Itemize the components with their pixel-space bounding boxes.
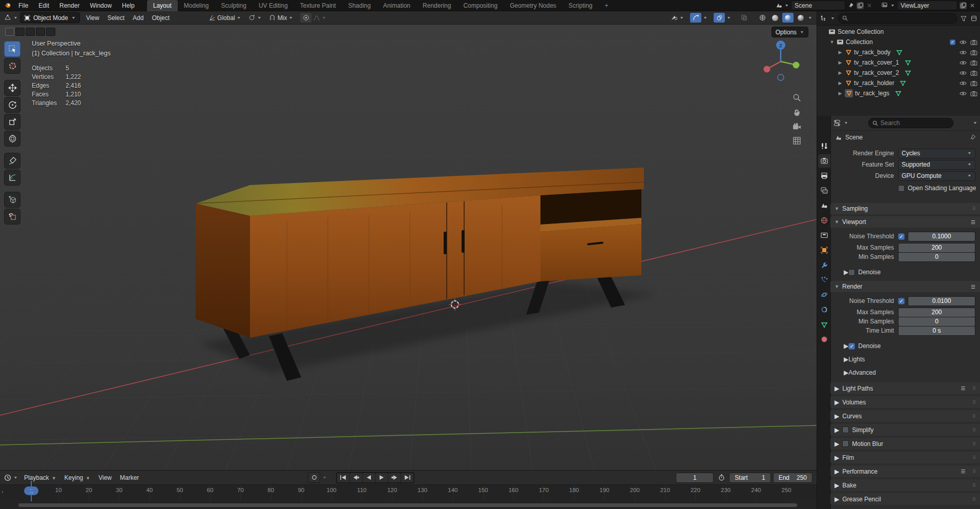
viewport-menu-object[interactable]: Object <box>148 14 174 22</box>
outliner-editor-icon[interactable] <box>820 15 827 22</box>
drag-grip-icon[interactable]: ⠿ <box>972 483 976 488</box>
jump-to-end-button[interactable] <box>401 473 413 482</box>
viewport-menu-add[interactable]: Add <box>129 14 148 22</box>
section-collapse-icon[interactable]: ▼ <box>835 219 839 225</box>
properties-tab-scene[interactable] <box>818 199 830 212</box>
tool-move[interactable] <box>4 80 20 96</box>
outliner-row-tv_rack_holder[interactable]: ▶tv_rack_holder <box>817 78 980 88</box>
expand-icon[interactable]: ▶ <box>844 369 848 376</box>
tool-scale[interactable] <box>4 114 20 130</box>
workspace-tab-shading[interactable]: Shading <box>342 0 377 11</box>
scene-canvas[interactable] <box>0 11 817 470</box>
hide-eye-icon[interactable] <box>960 49 967 56</box>
workspace-tab-uv-editing[interactable]: UV Editing <box>253 0 294 11</box>
unlink-scene-icon[interactable]: ✕ <box>866 2 873 9</box>
workspace-tab-animation[interactable]: Animation <box>377 0 416 11</box>
section-volumes[interactable]: ▶Volumes⠿ <box>830 396 980 408</box>
section-curves[interactable]: ▶Curves⠿ <box>830 410 980 422</box>
tool-measure[interactable] <box>4 170 20 186</box>
drag-grip-icon[interactable]: ⠿ <box>972 400 976 405</box>
workspace-tab-modeling[interactable]: Modeling <box>178 0 215 11</box>
timeline-menu-keying[interactable]: Keying▼ <box>60 474 95 481</box>
options-button[interactable]: Options▼ <box>772 27 808 37</box>
hide-eye-icon[interactable] <box>960 38 967 46</box>
outliner-search-input[interactable] <box>838 13 957 24</box>
pin-icon[interactable] <box>847 2 854 9</box>
render-time-limit-field[interactable]: 0 s <box>898 326 975 336</box>
falloff-curve-icon[interactable] <box>313 14 320 22</box>
drag-grip-icon[interactable]: ⠿ <box>972 441 976 446</box>
preset-list-icon[interactable]: ☰ <box>961 385 965 391</box>
shading-rendered-icon[interactable] <box>795 13 806 23</box>
outliner-row-tv_rack_cover_2[interactable]: ▶tv_rack_cover_2 <box>817 68 980 78</box>
orientation-chevron-icon[interactable]: ▼ <box>237 16 241 20</box>
properties-editor-chevron-icon[interactable]: ▼ <box>844 121 848 125</box>
section-expand-icon[interactable]: ▶ <box>835 413 839 420</box>
viewport-3d[interactable]: ▼ Object Mode▼ ViewSelectAddObject Globa… <box>0 11 817 470</box>
gizmos-chevron-icon[interactable]: ▼ <box>703 16 707 20</box>
tool-cursor[interactable] <box>4 58 20 74</box>
render-noise-threshold-field[interactable]: 0.0100 <box>908 296 975 306</box>
drag-grip-icon[interactable]: ⠿ <box>972 497 976 502</box>
properties-tab-physics[interactable] <box>818 288 830 301</box>
mode-select[interactable]: Object Mode▼ <box>20 12 80 23</box>
visibility-chevron-icon[interactable]: ▼ <box>679 16 684 20</box>
timeline-menu-playback[interactable]: Playback▼ <box>20 474 60 481</box>
section-collapse-icon[interactable]: ▼ <box>835 206 839 211</box>
viewlayer-browse-icon[interactable] <box>881 2 888 9</box>
proportional-edit-icon[interactable] <box>300 13 311 23</box>
hide-eye-icon[interactable] <box>960 90 967 97</box>
blender-logo-icon[interactable] <box>4 2 11 9</box>
properties-tab-output[interactable] <box>818 169 830 182</box>
editor-type-icon[interactable] <box>4 14 11 22</box>
section-expand-icon[interactable]: ▶ <box>835 385 839 392</box>
new-viewlayer-icon[interactable] <box>960 2 967 9</box>
properties-tab-modifiers[interactable] <box>818 258 830 272</box>
tool-annotate[interactable] <box>4 153 20 169</box>
scene-browse-icon[interactable] <box>775 2 782 9</box>
falloff-chevron-icon[interactable]: ▼ <box>322 16 326 20</box>
timeline-ruler[interactable]: › 1 102030405060708090100110120130140150… <box>0 484 817 501</box>
timeline-expand-arrow-icon[interactable]: › <box>2 489 3 495</box>
outliner-row-scene-collection[interactable]: Scene Collection <box>817 27 980 37</box>
timeline-track[interactable] <box>0 500 817 509</box>
play-reverse-button[interactable] <box>363 473 375 482</box>
play-button[interactable] <box>376 473 388 482</box>
section-expand-icon[interactable]: ▶ <box>835 496 839 503</box>
menu-window[interactable]: Window <box>85 2 117 9</box>
overlays-toggle-icon[interactable] <box>714 13 725 23</box>
scene-chevron-icon[interactable]: ▼ <box>784 4 789 8</box>
outliner-item-label[interactable]: tv_rack_body <box>854 49 890 56</box>
viewlayer-chevron-icon[interactable]: ▼ <box>890 4 895 8</box>
auto-keying-icon[interactable] <box>308 472 320 483</box>
outliner-item-label[interactable]: tv_rack_cover_2 <box>854 69 899 76</box>
next-keyframe-button[interactable] <box>388 473 401 482</box>
tool-rotate[interactable] <box>4 97 20 113</box>
properties-search-input[interactable]: Search <box>868 118 953 128</box>
menu-render[interactable]: Render <box>54 2 85 9</box>
pan-hand-icon[interactable] <box>793 108 801 117</box>
section-film[interactable]: ▶Film⠿ <box>830 452 980 463</box>
select-mode-new[interactable] <box>5 28 14 36</box>
stopwatch-icon[interactable] <box>718 474 725 481</box>
auto-keying-chevron-icon[interactable]: ▼ <box>322 476 327 480</box>
disable-render-camera-icon[interactable] <box>970 49 977 56</box>
subsection-viewport[interactable]: ▼Viewport☰ <box>830 216 980 228</box>
snap-magnet-icon[interactable] <box>269 14 276 22</box>
section-expand-icon[interactable]: ▶ <box>835 468 839 475</box>
cabinet-left-side[interactable] <box>196 203 250 338</box>
disable-render-camera-icon[interactable] <box>970 38 977 46</box>
section-bake[interactable]: ▶Bake⠿ <box>830 479 980 491</box>
preset-list-icon[interactable]: ☰ <box>971 284 975 290</box>
outliner-row-collection[interactable]: ▼Collection✓ <box>817 37 980 47</box>
outliner-row-tv_rack_body[interactable]: ▶tv_rack_body <box>817 47 980 57</box>
preset-list-icon[interactable]: ☰ <box>961 469 965 474</box>
visibility-icon[interactable] <box>671 14 678 22</box>
section-collapse-icon[interactable]: ▼ <box>835 284 839 289</box>
zoom-icon[interactable] <box>793 93 801 102</box>
properties-filter-chevron-icon[interactable]: ▼ <box>973 121 977 125</box>
workspace-tab-scripting[interactable]: Scripting <box>562 0 599 11</box>
render-min-samples-field[interactable]: 0 <box>898 317 975 327</box>
section-expand-icon[interactable]: ▶ <box>835 426 839 434</box>
properties-tab-world[interactable] <box>818 214 830 227</box>
